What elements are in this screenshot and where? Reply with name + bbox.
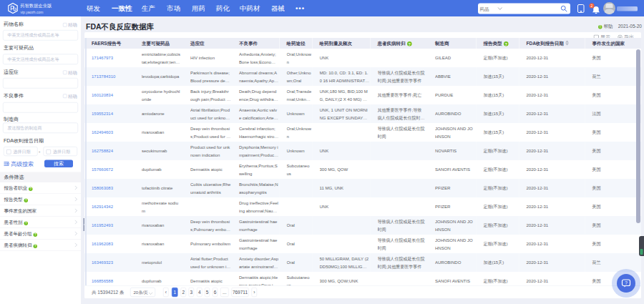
svg-text:?: ? bbox=[625, 280, 628, 285]
